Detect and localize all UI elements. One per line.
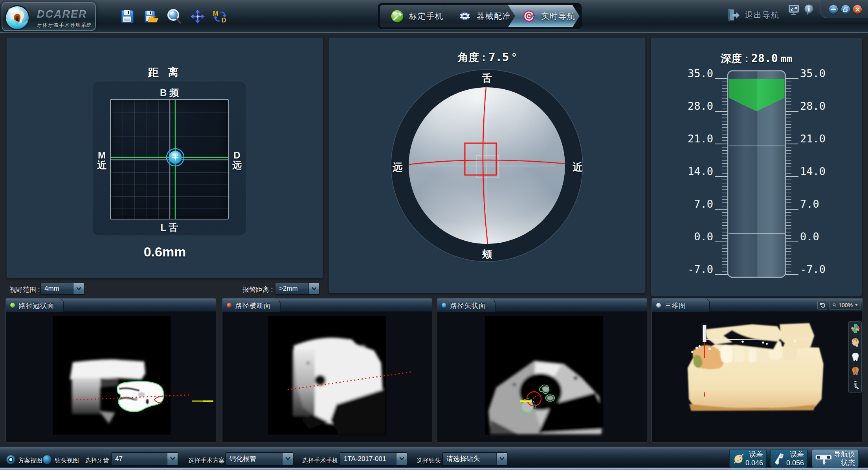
select-plan-chevron-icon[interactable]	[282, 453, 293, 465]
select-handpiece-label: 选择手术手机	[302, 457, 338, 465]
sagittal-panel-header: 路径矢状面	[437, 299, 647, 312]
angle-label-mesial: 近	[573, 160, 583, 174]
save-icon[interactable]	[119, 9, 135, 24]
alarm-distance-label: 报警距离 :	[242, 285, 273, 294]
chevron-down-icon	[312, 287, 317, 291]
restore-button[interactable]	[841, 5, 850, 14]
select-handpiece-value: 1TA-2017-001	[340, 453, 396, 465]
head-view-tool-icon[interactable]	[850, 337, 861, 348]
info-icon[interactable]	[804, 4, 814, 15]
fov-select-chevron-icon[interactable]	[73, 283, 84, 294]
navigator-status-button[interactable]: 导航仪 状态	[812, 449, 859, 468]
select-drill-chevron-icon[interactable]	[496, 453, 507, 465]
root-canal-tool-icon[interactable]	[850, 366, 861, 376]
transverse-panel-title: 路径横断面	[235, 301, 271, 310]
display-switch-icon[interactable]	[789, 5, 799, 15]
exit-navigation-label: 退出导航	[745, 10, 780, 20]
transverse-view-image[interactable]	[222, 312, 432, 442]
select-tooth-dropdown[interactable]: 47	[111, 452, 178, 465]
svg-text:28.0: 28.0	[688, 100, 713, 112]
three-d-toolbar	[848, 321, 862, 393]
distance-crosshair-plot	[111, 100, 228, 219]
tab-label: 标定手机	[409, 11, 444, 22]
drill-view-radio-label[interactable]: 钻头视图	[55, 457, 79, 465]
handpiece-error-button[interactable]: 误差 0.056	[770, 449, 807, 468]
radio-selected-icon	[6, 455, 15, 464]
navigator-status-text: 导航仪 状态	[834, 450, 855, 467]
reset-view-button[interactable]	[817, 300, 827, 310]
depth-panel-title: 深度 : 28.0 mm	[651, 52, 862, 66]
plan-view-radio[interactable]	[6, 455, 15, 464]
tab-calibrate-handpiece[interactable]: 标定手机	[380, 5, 451, 27]
depth-value: 28.0	[751, 52, 778, 65]
tooth-view-tool-icon[interactable]	[850, 352, 861, 362]
angle-panel-title: 角度 : 7.5 °	[329, 50, 645, 65]
transverse-xray-image	[222, 312, 432, 442]
close-icon	[855, 7, 860, 12]
minimize-button[interactable]	[829, 5, 838, 14]
brand-title: DCARER	[37, 8, 87, 20]
select-tooth-value: 47	[112, 453, 167, 465]
distance-panel-title: 距 离	[7, 65, 323, 79]
marker-error-button[interactable]: 误差 0.046	[729, 449, 767, 468]
realtime-navigation-icon	[522, 9, 536, 23]
select-handpiece-dropdown[interactable]: 1TA-2017-001	[340, 452, 407, 465]
alarm-distance-value: >2mm	[275, 283, 308, 294]
instrument-registration-icon	[458, 9, 472, 23]
select-handpiece-chevron-icon[interactable]	[396, 453, 407, 465]
alarm-distance-select[interactable]: >2mm	[275, 283, 319, 295]
md-switch-icon[interactable]: M D	[212, 9, 228, 24]
save-as-icon[interactable]	[143, 9, 159, 24]
coronal-xray-image	[6, 312, 216, 442]
select-drill-label: 选择钻头	[417, 457, 441, 465]
svg-text:-7.0: -7.0	[688, 263, 713, 275]
zoom-value: 100%	[839, 302, 853, 308]
depth-title-unit: mm	[781, 53, 792, 65]
close-button[interactable]	[853, 5, 862, 14]
implant-tool-icon[interactable]	[850, 380, 861, 390]
move-icon[interactable]	[190, 9, 206, 24]
zoom-dropdown-arrow-icon	[855, 304, 858, 306]
select-drill-value: 请选择钻头	[443, 453, 496, 465]
select-tooth-chevron-icon[interactable]	[167, 453, 178, 465]
calibrate-handpiece-icon	[390, 9, 404, 23]
top-bar: DCARER 牙体牙髓手术导航系统	[0, 0, 868, 33]
angle-panel: 角度 : 7.5 °	[328, 37, 646, 293]
plan-view-radio-label[interactable]: 方案视图	[18, 457, 42, 465]
distance-label-d: D	[229, 150, 244, 160]
three-d-jaw-render	[652, 312, 862, 442]
three-d-view-scene[interactable]	[652, 312, 862, 442]
sagittal-status-dot	[442, 303, 446, 308]
distance-label-buccal: B 频	[93, 87, 246, 99]
marker-error-label: 误差	[745, 450, 763, 459]
select-plan-dropdown[interactable]: 钙化根管	[226, 452, 293, 465]
svg-text:35.0: 35.0	[688, 67, 713, 79]
distance-label-mesial: M近	[94, 150, 109, 170]
zoom-control[interactable]: 100%	[829, 300, 861, 310]
alarm-select-chevron-icon[interactable]	[308, 283, 319, 294]
slice-planes-tool-icon[interactable]	[850, 323, 861, 334]
distance-plot-box: B 频 L 舌 M近 D远	[93, 81, 246, 235]
distance-label-mesial-cn: 近	[94, 160, 109, 170]
fov-select[interactable]: 4mm	[40, 283, 84, 295]
distance-label-distal: D远	[229, 150, 244, 170]
app-logo-tooth-icon	[4, 5, 30, 31]
drill-view-radio[interactable]	[42, 455, 51, 464]
svg-text:21.0: 21.0	[800, 133, 826, 145]
tab-realtime-navigation[interactable]: 实时导航	[508, 5, 580, 27]
depth-gauge: 35.028.021.014.07.00.0-7.0 35.028.021.01…	[677, 67, 830, 281]
angle-title-label: 角度 :	[458, 52, 486, 63]
minimize-icon	[831, 9, 836, 10]
tab-instrument-registration[interactable]: 器械配准	[444, 5, 515, 27]
restore-icon	[843, 7, 848, 12]
coronal-view-panel: 路径冠状面	[6, 298, 216, 442]
svg-text:0.0: 0.0	[800, 230, 819, 243]
search-icon[interactable]	[167, 9, 182, 24]
sagittal-view-image[interactable]	[437, 312, 647, 442]
handpiece-error-value: 0.056	[786, 459, 804, 467]
svg-text:7.0: 7.0	[694, 198, 713, 210]
gauge-scale-left: 35.028.021.014.07.00.0-7.0	[688, 67, 713, 275]
coronal-view-image[interactable]	[6, 312, 216, 442]
select-drill-dropdown[interactable]: 请选择钻头	[442, 452, 507, 465]
exit-navigation-button[interactable]: 退出导航	[726, 8, 780, 22]
